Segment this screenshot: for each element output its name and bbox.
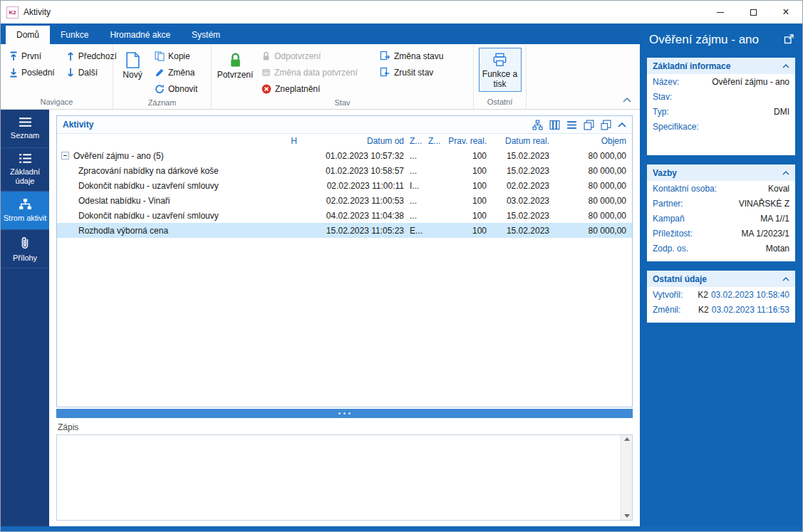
invalidate-button[interactable]: Zneplatnění	[256, 80, 374, 97]
table-row[interactable]: Dokončit nabídku - uzavření smlouvy 02.0…	[57, 178, 632, 193]
zapis-label: Zápis	[58, 422, 633, 432]
sidebar-item-prilohy[interactable]: Přílohy	[1, 230, 49, 268]
close-icon: ×	[782, 6, 789, 18]
field-label: Kontaktní osoba:	[653, 184, 717, 194]
app-window: K2 Aktivity × Domů Funkce Hromadné akce …	[0, 0, 803, 532]
maximize-button[interactable]	[737, 1, 770, 24]
row-prav-real: 100	[444, 226, 489, 236]
chevron-up-icon[interactable]	[782, 64, 789, 68]
detail-row: Stav:	[647, 89, 795, 104]
titlebar: K2 Aktivity ×	[1, 1, 802, 24]
row-z1: ...	[407, 151, 425, 161]
new-label: Nový	[123, 71, 142, 80]
change-button[interactable]: Změna	[149, 64, 203, 80]
row-datum-od: 01.02.2023 10:58:57	[300, 166, 407, 176]
chevron-up-icon	[623, 98, 631, 103]
tab-funkce[interactable]: Funkce	[50, 26, 99, 44]
tab-system[interactable]: Systém	[181, 26, 231, 44]
maximize-icon	[750, 9, 757, 16]
sidebar-item-seznam[interactable]: Seznam	[1, 110, 49, 148]
sidebar-item-strom-aktivit[interactable]: Strom aktivit	[1, 192, 49, 230]
ribbon-group-stav: Potvrzení Odpotvrzení Změna data potvrze…	[212, 44, 474, 109]
card-header-zakladni[interactable]: Základní informace	[647, 58, 795, 74]
change-confirm-date-button[interactable]: Změna data potvrzení	[256, 64, 374, 80]
close-button[interactable]: ×	[770, 1, 802, 24]
sidebar-item-label: Strom aktivit	[4, 214, 47, 223]
ribbon-group-zaznam: Nový Kopie Změna	[113, 44, 212, 109]
field-label: Typ:	[653, 107, 669, 117]
tree-expander-icon[interactable]	[61, 152, 69, 160]
row-z1: E...	[407, 226, 425, 236]
tree-view-button[interactable]	[532, 120, 543, 130]
confirm-button[interactable]: Potvrzení	[214, 48, 256, 83]
column-header-h[interactable]: H	[279, 136, 300, 146]
column-header-datum-real[interactable]: Datum real.	[489, 136, 552, 146]
row-name: Zpracování nabídky na dárkové koše	[78, 166, 219, 176]
last-button[interactable]: Poslední	[4, 64, 61, 80]
row-z1: ...	[407, 211, 425, 221]
functions-print-button[interactable]: Funkce a tisk	[479, 48, 522, 92]
table-row[interactable]: Dokončit nabídku - uzavření smlouvy 04.0…	[57, 208, 632, 223]
column-header-z1[interactable]: Z...	[407, 136, 425, 146]
column-header-prav-real[interactable]: Prav. real.	[444, 136, 489, 146]
created-date-link[interactable]: 03.02.2023 10:58:40	[711, 290, 789, 300]
ribbon-group-ostatni: Funkce a tisk Ostatní	[474, 44, 527, 109]
scroll-up-icon[interactable]	[624, 437, 630, 441]
collapse-panel-button[interactable]	[618, 122, 626, 127]
change-state-button[interactable]: Změna stavu	[374, 48, 449, 64]
menu-button[interactable]	[566, 120, 577, 130]
changed-date-link[interactable]: 03.02.2023 11:16:53	[712, 305, 789, 315]
card-ostatni-udaje: Ostatní údaje Vytvořil: K203.02.2023 10:…	[647, 271, 795, 323]
detail-row: Příležitost: MA 1/2023/1	[647, 226, 795, 241]
detail-row: Název: Ověření zájmu - ano	[647, 74, 795, 89]
detail-row: Zodp. os. Motan	[647, 241, 795, 256]
restore-panel-button[interactable]	[601, 120, 611, 130]
cascade-windows-icon	[584, 120, 594, 130]
field-value: DMI	[774, 107, 789, 117]
field-value: Koval	[768, 184, 789, 194]
cancel-state-button[interactable]: Zrušit stav	[374, 64, 449, 80]
cascade-button[interactable]	[584, 120, 594, 130]
new-document-icon	[126, 52, 140, 68]
column-header-objem[interactable]: Objem	[552, 136, 632, 146]
row-datum-real: 15.02.2023	[489, 151, 552, 161]
field-value: Ověření zájmu - ano	[712, 77, 789, 87]
previous-icon	[66, 51, 75, 61]
table-row[interactable]: Ověření zájmu - ano (5) 01.02.2023 10:57…	[57, 148, 632, 163]
zapis-textarea[interactable]	[56, 434, 633, 521]
tab-domu[interactable]: Domů	[6, 26, 50, 44]
group-label-stav: Stav	[212, 97, 473, 109]
tab-hromadne-akce[interactable]: Hromadné akce	[99, 26, 181, 44]
unconfirm-button[interactable]: Odpotvrzení	[256, 48, 374, 64]
field-label: Změnil:	[653, 305, 680, 315]
card-header-ostatni[interactable]: Ostatní údaje	[647, 271, 795, 287]
sidebar-item-label: Seznam	[11, 131, 39, 140]
copy-button[interactable]: Kopie	[149, 48, 203, 64]
column-header-z2[interactable]: Z...	[425, 136, 444, 146]
column-header-datum-od[interactable]: Datum od	[300, 136, 407, 146]
refresh-button[interactable]: Obnovit	[149, 80, 203, 97]
table-row-selected[interactable]: Rozhodla výborná cena 15.02.2023 11:05:2…	[57, 223, 632, 238]
scroll-down-icon[interactable]	[624, 514, 630, 518]
detail-panel-title: Ověření zájmu - ano	[649, 33, 759, 47]
open-in-window-button[interactable]	[784, 34, 794, 46]
zapis-scrollbar[interactable]	[621, 435, 632, 520]
card-header-vazby[interactable]: Vazby	[647, 165, 795, 181]
table-row[interactable]: Odeslat nabídku - Vinaři 02.02.2023 11:0…	[57, 193, 632, 208]
first-button[interactable]: První	[4, 48, 61, 64]
sidebar-item-zakladni-udaje[interactable]: Základní údaje	[1, 148, 49, 192]
new-button[interactable]: Nový	[116, 48, 149, 83]
row-objem: 80 000,00	[552, 151, 632, 161]
columns-button[interactable]	[549, 120, 560, 130]
sidebar-item-label: Přílohy	[13, 254, 37, 263]
row-z1: I...	[407, 181, 425, 191]
horizontal-splitter[interactable]	[56, 409, 633, 418]
ribbon-group-navigace: První Předchozí Poslední Další	[1, 44, 113, 109]
workspace: Seznam Základní údaje Strom aktivit Příl…	[1, 110, 640, 526]
ribbon-collapse-button[interactable]	[623, 95, 631, 105]
chevron-up-icon[interactable]	[782, 171, 789, 175]
chevron-up-icon[interactable]	[782, 277, 789, 281]
change-confirm-date-icon	[261, 68, 271, 77]
table-row[interactable]: Zpracování nabídky na dárkové koše 01.02…	[57, 163, 632, 178]
minimize-button[interactable]	[704, 1, 737, 24]
